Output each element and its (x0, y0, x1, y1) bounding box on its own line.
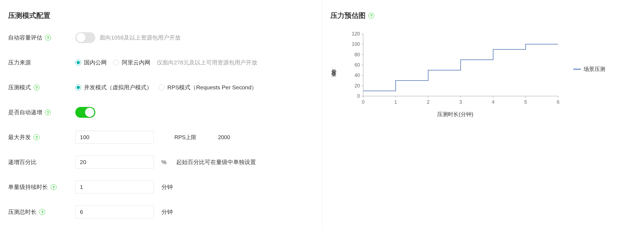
radio-label: 国内公网 (84, 59, 107, 66)
svg-text:80: 80 (354, 52, 360, 57)
pressure-mode-label: 压测模式 (8, 84, 31, 91)
svg-text:0: 0 (362, 99, 365, 105)
row-pressure-source: 压力来源 国内公网 阿里云内网 仅面向278元及以上可用资源包用户开放 (8, 56, 314, 69)
help-icon[interactable]: ? (34, 84, 40, 90)
preview-title-text: 压力预估图 (330, 11, 366, 20)
svg-text:20: 20 (354, 83, 360, 89)
row-step-duration: 单量级持续时长 ? 分钟 (8, 181, 314, 194)
svg-text:1: 1 (394, 99, 397, 105)
config-panel: 压测模式配置 自动容量评估 ? 面向1058及以上资源包用户开放 压力来源 (0, 0, 322, 229)
radio-aliyun-intranet[interactable]: 阿里云内网 (113, 59, 150, 66)
auto-increment-label: 是否自动递增 (8, 109, 42, 116)
config-title: 压测模式配置 (8, 11, 314, 20)
step-duration-unit: 分钟 (161, 183, 173, 191)
chart-xlabel: 压测时长(分钟) (347, 111, 564, 118)
config-title-text: 压测模式配置 (8, 11, 50, 20)
radio-label: 并发模式（虚拟用户模式） (84, 84, 152, 91)
auto-increment-toggle[interactable] (75, 107, 95, 118)
total-duration-input[interactable] (75, 205, 154, 218)
help-icon[interactable]: ? (368, 13, 374, 19)
increment-pct-label: 递增百分比 (8, 158, 37, 166)
row-auto-increment: 是否自动递增 ? (8, 106, 314, 119)
row-auto-capacity: 自动容量评估 ? 面向1058及以上资源包用户开放 (8, 31, 314, 44)
help-icon[interactable]: ? (34, 134, 40, 140)
help-icon[interactable]: ? (51, 184, 57, 190)
pressure-source-label: 压力来源 (8, 59, 31, 66)
max-concurrency-label: 最大并发 (8, 133, 31, 141)
legend-dash-icon (573, 69, 581, 70)
total-duration-unit: 分钟 (161, 208, 173, 216)
help-icon[interactable]: ? (45, 109, 51, 115)
step-duration-label: 单量级持续时长 (8, 183, 48, 191)
svg-text:4: 4 (492, 99, 495, 105)
row-total-duration: 压测总时长 ? 分钟 (8, 205, 314, 218)
radio-label: RPS模式（Requests Per Second） (167, 84, 257, 91)
svg-text:3: 3 (459, 99, 462, 105)
radio-concurrency-mode[interactable]: 并发模式（虚拟用户模式） (75, 84, 152, 91)
pressure-source-hint: 仅面向278元及以上可用资源包用户开放 (157, 59, 257, 66)
radio-label: 阿里云内网 (122, 59, 150, 66)
svg-text:5: 5 (524, 99, 527, 105)
auto-capacity-hint: 面向1058及以上资源包用户开放 (100, 34, 181, 41)
svg-text:100: 100 (352, 41, 360, 47)
svg-text:60: 60 (354, 62, 360, 68)
row-pressure-mode: 压测模式 ? 并发模式（虚拟用户模式） RPS模式（Requests Per S… (8, 81, 314, 94)
max-concurrency-input[interactable] (75, 131, 154, 144)
chart-ylabel: 并发量 (330, 64, 338, 69)
chart-legend: 场景压测 (573, 66, 605, 73)
increment-pct-hint: 起始百分比可在量级中单独设置 (176, 158, 256, 166)
svg-text:0: 0 (357, 93, 360, 99)
rps-limit-value: 2000 (218, 134, 230, 140)
chart: 0204060801001200123456 压测时长(分钟) (347, 31, 564, 118)
help-icon[interactable]: ? (45, 35, 51, 41)
increment-pct-unit: % (161, 159, 167, 165)
help-icon[interactable]: ? (39, 209, 45, 215)
radio-rps-mode[interactable]: RPS模式（Requests Per Second） (159, 84, 257, 91)
preview-title: 压力预估图 ? (330, 11, 636, 20)
increment-pct-input[interactable] (75, 156, 154, 169)
chart-svg: 0204060801001200123456 (347, 31, 564, 107)
svg-text:2: 2 (427, 99, 430, 105)
auto-capacity-toggle[interactable] (75, 32, 95, 43)
row-max-concurrency: 最大并发 ? RPS上限 2000 (8, 131, 314, 144)
svg-text:6: 6 (557, 99, 560, 105)
legend-label: 场景压测 (584, 66, 605, 73)
preview-panel: 压力预估图 ? 并发量 0204060801001200123456 压测时长(… (322, 0, 644, 229)
svg-text:120: 120 (352, 31, 360, 37)
total-duration-label: 压测总时长 (8, 208, 37, 216)
row-increment-pct: 递增百分比 % 起始百分比可在量级中单独设置 (8, 156, 314, 169)
rps-limit-label: RPS上限 (174, 134, 196, 141)
auto-capacity-label: 自动容量评估 (8, 34, 42, 41)
svg-text:40: 40 (354, 73, 360, 78)
step-duration-input[interactable] (75, 181, 154, 194)
radio-domestic-public[interactable]: 国内公网 (75, 59, 107, 66)
